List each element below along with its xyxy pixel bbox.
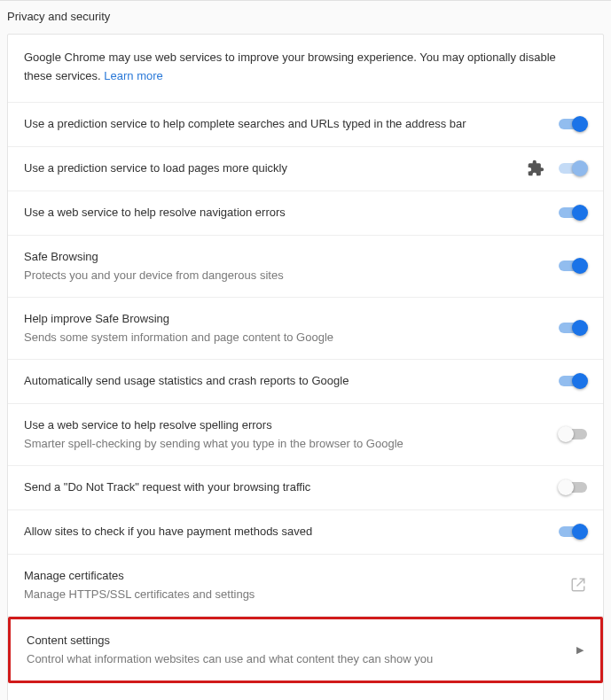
row-safe-browsing: Safe Browsing Protects you and your devi… xyxy=(8,236,603,298)
toggle-safe-browsing[interactable] xyxy=(559,260,587,272)
row-label: Use a web service to help resolve naviga… xyxy=(24,204,548,222)
privacy-security-card: Google Chrome may use web services to im… xyxy=(7,34,604,700)
row-content-settings[interactable]: Content settings Control what informatio… xyxy=(8,617,603,683)
chevron-right-icon: ▶ xyxy=(576,641,584,658)
row-label: Use a web service to help resolve spelli… xyxy=(24,416,548,434)
row-manage-certs[interactable]: Manage certificates Manage HTTPS/SSL cer… xyxy=(8,555,603,617)
row-label: Clear browsing data xyxy=(24,696,568,700)
row-label: Allow sites to check if you have payment… xyxy=(24,523,548,541)
row-usage-stats: Automatically send usage statistics and … xyxy=(8,360,603,404)
toggle-dnt[interactable] xyxy=(559,481,587,494)
row-sublabel: Smarter spell-checking by sending what y… xyxy=(24,435,548,453)
intro-row: Google Chrome may use web services to im… xyxy=(8,35,603,103)
row-nav-errors: Use a web service to help resolve naviga… xyxy=(8,191,603,236)
row-label: Manage certificates xyxy=(24,567,559,585)
extension-icon xyxy=(527,159,544,177)
row-sublabel: Control what information websites can us… xyxy=(27,650,565,668)
row-improve-safe-browsing: Help improve Safe Browsing Sends some sy… xyxy=(8,298,603,360)
toggle-usage-stats[interactable] xyxy=(559,375,587,387)
row-label: Send a "Do Not Track" request with your … xyxy=(24,478,548,496)
row-prediction-search: Use a prediction service to help complet… xyxy=(8,103,603,147)
row-label: Automatically send usage statistics and … xyxy=(24,372,548,390)
row-spelling: Use a web service to help resolve spelli… xyxy=(8,404,603,466)
row-label: Use a prediction service to load pages m… xyxy=(24,159,516,177)
toggle-payment-check[interactable] xyxy=(559,525,587,538)
toggle-nav-errors[interactable] xyxy=(559,206,587,219)
row-sublabel: Protects you and your device from danger… xyxy=(24,267,548,284)
open-external-icon xyxy=(569,576,587,594)
row-label: Use a prediction service to help complet… xyxy=(24,115,548,133)
toggle-prediction-search[interactable] xyxy=(559,118,587,130)
toggle-prediction-load[interactable] xyxy=(559,162,587,175)
toggle-improve-safe-browsing[interactable] xyxy=(559,322,587,334)
learn-more-link[interactable]: Learn more xyxy=(104,69,162,82)
row-label: Help improve Safe Browsing xyxy=(24,310,548,328)
row-sublabel: Manage HTTPS/SSL certificates and settin… xyxy=(24,586,559,603)
toggle-spelling[interactable] xyxy=(559,428,587,440)
section-title: Privacy and security xyxy=(0,1,611,34)
row-payment-check: Allow sites to check if you have payment… xyxy=(8,510,603,555)
row-label: Content settings xyxy=(27,632,565,649)
row-clear-data[interactable]: Clear browsing data Clear history, cooki… xyxy=(8,683,603,700)
row-dnt: Send a "Do Not Track" request with your … xyxy=(8,466,603,510)
row-label: Safe Browsing xyxy=(24,248,548,266)
row-sublabel: Sends some system information and page c… xyxy=(24,329,548,346)
intro-text: Google Chrome may use web services to im… xyxy=(24,49,587,86)
row-prediction-load: Use a prediction service to load pages m… xyxy=(8,147,603,191)
